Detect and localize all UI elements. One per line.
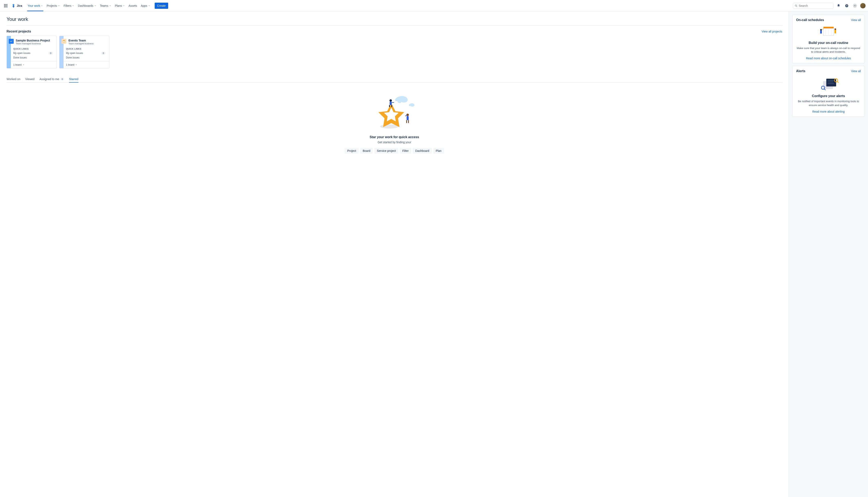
alerts-title: Alerts [796, 69, 805, 73]
project-name: Sample Business Project [16, 39, 53, 42]
board-dropdown[interactable]: 1 board [7, 61, 57, 68]
nav-dashboards[interactable]: Dashboards [76, 3, 98, 9]
page-title: Your work [6, 16, 782, 26]
quick-link-done-issues[interactable]: Done issues [13, 56, 53, 59]
nav-filters[interactable]: Filters [62, 3, 76, 9]
nav-teams[interactable]: Teams [98, 3, 113, 9]
svg-rect-27 [835, 30, 836, 33]
chevron-down-icon [75, 64, 77, 66]
tab-starred[interactable]: Starred [69, 76, 78, 82]
chip-project[interactable]: Project [345, 148, 359, 154]
jira-logo-text: Jira [17, 4, 22, 8]
empty-state: Star your work for quick access Get star… [6, 83, 782, 162]
chevron-down-icon [58, 5, 60, 7]
nav-apps[interactable]: Apps [139, 3, 152, 9]
project-type: Team-managed business [16, 42, 53, 45]
project-card[interactable]: Events Team Team-managed business QUICK … [59, 36, 110, 69]
create-button[interactable]: Create [155, 3, 168, 9]
bell-icon [837, 4, 841, 8]
nav-assets[interactable]: Assets [127, 3, 139, 9]
svg-point-4 [854, 5, 855, 6]
nav-items: Your work Projects Filters Dashboards Te… [26, 3, 152, 9]
gear-icon [853, 4, 857, 8]
svg-text:?: ? [846, 4, 848, 7]
view-all-projects-link[interactable]: View all projects [762, 30, 782, 33]
jira-logo[interactable]: Jira [10, 3, 24, 8]
alerts-view-all-link[interactable]: View all [851, 70, 861, 73]
star-illustration [374, 93, 415, 130]
nav-plans[interactable]: Plans [113, 3, 127, 9]
empty-subtitle: Get started by finding your [378, 141, 411, 144]
chip-service-project[interactable]: Service project [374, 148, 398, 154]
empty-title: Star your work for quick access [370, 135, 419, 139]
nav-your-work[interactable]: Your work [26, 3, 45, 9]
svg-point-8 [389, 99, 392, 102]
chevron-down-icon [23, 64, 25, 66]
project-type: Team-managed business [69, 42, 106, 45]
count-badge: 0 [60, 78, 64, 80]
help-button[interactable]: ? [843, 2, 850, 9]
count-badge: 0 [101, 52, 106, 55]
empty-chips: Project Board Service project Filter Das… [345, 148, 444, 154]
avatar[interactable] [860, 3, 866, 9]
chevron-down-icon [72, 5, 74, 7]
recent-projects-title: Recent projects [6, 30, 31, 33]
oncall-description: Make sure that your team is always on-ca… [796, 46, 861, 54]
quick-links-label: QUICK LINKS [66, 47, 106, 50]
svg-rect-11 [391, 105, 392, 107]
alerts-card: Alerts View all Configure your alerts Be… [792, 66, 865, 116]
tab-viewed[interactable]: Viewed [25, 76, 34, 82]
search-icon [795, 4, 797, 8]
chevron-down-icon [109, 5, 111, 7]
svg-rect-6 [63, 41, 65, 41]
chevron-down-icon [148, 5, 150, 7]
quick-link-open-issues[interactable]: My open issues 0 [13, 52, 53, 55]
jira-logo-icon [11, 3, 16, 8]
alerts-illustration [796, 75, 861, 93]
svg-line-34 [824, 89, 825, 90]
oncall-card: On-call schedules View all Build your on… [792, 15, 865, 63]
oncall-view-all-link[interactable]: View all [851, 18, 861, 22]
oncall-illustration [796, 24, 861, 40]
project-avatar-icon [61, 39, 67, 44]
oncall-title: On-call schedules [796, 18, 824, 22]
svg-rect-16 [408, 120, 409, 123]
app-switcher-icon[interactable] [2, 2, 9, 9]
chip-filter[interactable]: Filter [400, 148, 411, 154]
quick-link-open-issues[interactable]: My open issues 0 [66, 52, 106, 55]
project-avatar-icon [9, 39, 14, 44]
svg-rect-14 [407, 116, 409, 120]
tab-worked-on[interactable]: Worked on [6, 76, 20, 82]
chevron-down-icon [123, 5, 125, 7]
nav-projects[interactable]: Projects [45, 3, 61, 9]
svg-point-0 [795, 5, 796, 6]
project-cards-row: Sample Business Project Team-managed bus… [6, 36, 782, 69]
search-box[interactable] [793, 3, 834, 9]
svg-rect-10 [389, 105, 390, 107]
chip-board[interactable]: Board [360, 148, 373, 154]
tab-assigned-to-me[interactable]: Assigned to me 0 [40, 76, 64, 82]
chip-plan[interactable]: Plan [433, 148, 444, 154]
chevron-down-icon [41, 5, 43, 7]
alerts-description: Be notified of important events in monit… [796, 100, 861, 107]
quick-link-done-issues[interactable]: Done issues [66, 56, 106, 59]
chevron-down-icon [94, 5, 96, 7]
work-tabs: Worked on Viewed Assigned to me 0 Starre… [6, 76, 782, 83]
project-card[interactable]: Sample Business Project Team-managed bus… [6, 36, 57, 69]
project-name: Events Team [69, 39, 106, 42]
svg-point-23 [820, 29, 822, 31]
chip-dashboard[interactable]: Dashboard [413, 148, 432, 154]
board-dropdown[interactable]: 1 board [59, 61, 109, 68]
recent-projects-header: Recent projects View all projects [6, 30, 782, 33]
svg-rect-12 [392, 102, 394, 103]
svg-rect-18 [823, 27, 834, 28]
svg-rect-15 [406, 120, 407, 123]
svg-rect-24 [820, 31, 822, 33]
search-input[interactable] [799, 4, 832, 8]
count-badge: 0 [48, 52, 53, 55]
oncall-read-more-link[interactable]: Read more about on-call schedules [796, 57, 861, 60]
settings-button[interactable] [852, 2, 858, 9]
alerts-read-more-link[interactable]: Read more about alerting [796, 110, 861, 113]
oncall-heading: Build your on-call routine [796, 41, 861, 45]
notifications-button[interactable] [835, 2, 842, 9]
